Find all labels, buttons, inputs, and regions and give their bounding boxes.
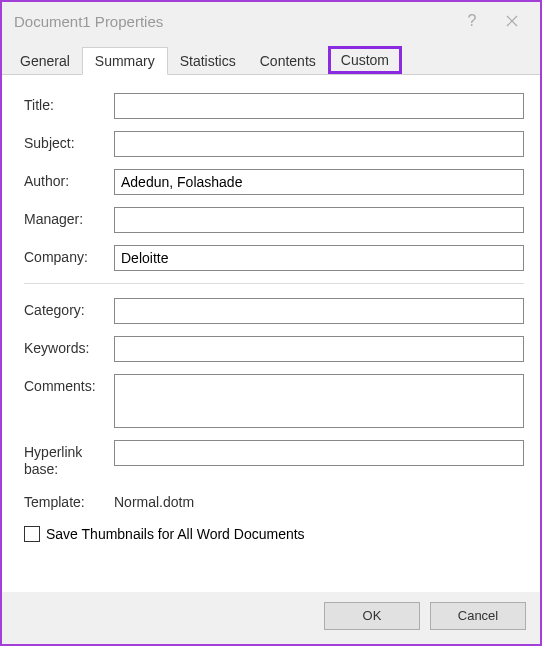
save-thumbnails-checkbox[interactable]: Save Thumbnails for All Word Documents (24, 526, 524, 542)
category-label: Category: (24, 298, 114, 318)
properties-dialog: Document1 Properties ? General Summary S… (0, 0, 542, 646)
hyperlink-label: Hyperlink base: (24, 440, 114, 478)
manager-label: Manager: (24, 207, 114, 227)
author-label: Author: (24, 169, 114, 189)
manager-input[interactable] (114, 207, 524, 233)
tab-strip: General Summary Statistics Contents Cust… (2, 40, 540, 75)
help-icon[interactable]: ? (452, 12, 492, 30)
keywords-label: Keywords: (24, 336, 114, 356)
author-input[interactable] (114, 169, 524, 195)
subject-input[interactable] (114, 131, 524, 157)
subject-label: Subject: (24, 131, 114, 151)
window-title: Document1 Properties (14, 13, 452, 30)
section-divider (24, 283, 524, 284)
title-input[interactable] (114, 93, 524, 119)
company-input[interactable] (114, 245, 524, 271)
checkbox-icon[interactable] (24, 526, 40, 542)
title-label: Title: (24, 93, 114, 113)
comments-label: Comments: (24, 374, 114, 394)
save-thumbnails-label: Save Thumbnails for All Word Documents (46, 526, 305, 542)
category-input[interactable] (114, 298, 524, 324)
ok-button[interactable]: OK (324, 602, 420, 630)
tab-summary[interactable]: Summary (82, 47, 168, 75)
template-value: Normal.dotm (114, 490, 194, 510)
summary-panel: Title: Subject: Author: Manager: Company… (2, 75, 540, 592)
cancel-button[interactable]: Cancel (430, 602, 526, 630)
dialog-footer: OK Cancel (2, 592, 540, 644)
titlebar: Document1 Properties ? (2, 2, 540, 40)
hyperlink-input[interactable] (114, 440, 524, 466)
template-label: Template: (24, 490, 114, 510)
comments-input[interactable] (114, 374, 524, 428)
tab-statistics[interactable]: Statistics (168, 48, 248, 74)
tab-contents[interactable]: Contents (248, 48, 328, 74)
close-icon[interactable] (492, 15, 532, 27)
tab-custom[interactable]: Custom (328, 46, 402, 74)
keywords-input[interactable] (114, 336, 524, 362)
tab-general[interactable]: General (8, 48, 82, 74)
company-label: Company: (24, 245, 114, 265)
